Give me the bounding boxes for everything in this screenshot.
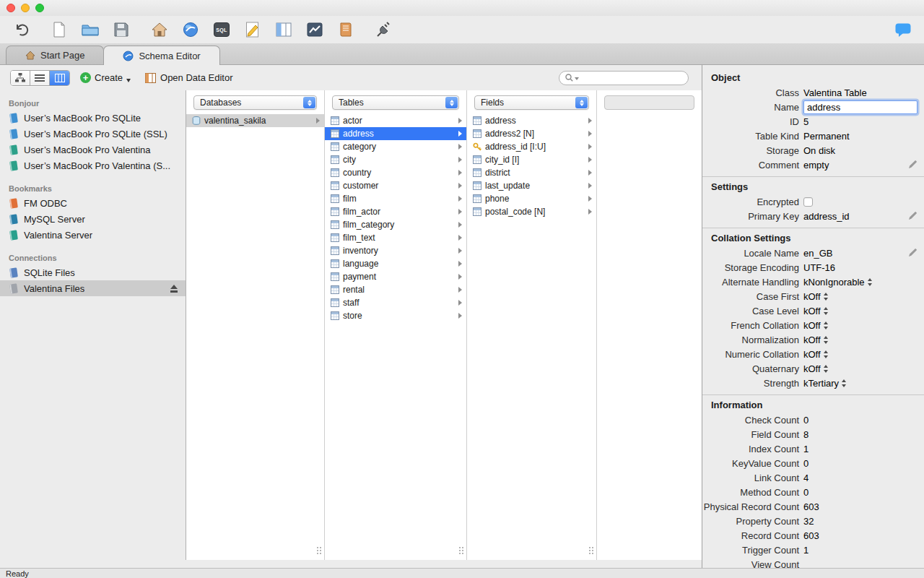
eject-icon[interactable] bbox=[169, 285, 178, 293]
connect-icon[interactable] bbox=[373, 19, 395, 40]
column-view-button[interactable] bbox=[50, 71, 69, 85]
list-item-address2-n[interactable]: address2 [N] bbox=[467, 127, 596, 140]
disclosure-arrow-icon[interactable] bbox=[588, 183, 592, 189]
edit-pencil-icon[interactable] bbox=[908, 160, 917, 169]
query-builder-icon[interactable] bbox=[242, 19, 263, 40]
sidebar-item-user-s-macbook-pro-sqlite[interactable]: User’s MacBook Pro SQLite bbox=[0, 110, 186, 126]
picker-databases[interactable]: Databases bbox=[193, 95, 317, 110]
select-arrows-icon[interactable] bbox=[824, 293, 829, 301]
create-button[interactable]: Create bbox=[80, 72, 131, 83]
new-document-icon[interactable] bbox=[48, 19, 70, 40]
tab-start-page[interactable]: Start Page bbox=[6, 46, 104, 64]
edit-pencil-icon[interactable] bbox=[908, 249, 917, 257]
disclosure-arrow-icon[interactable] bbox=[588, 118, 592, 124]
select-arrows-icon[interactable] bbox=[868, 278, 873, 286]
disclosure-arrow-icon[interactable] bbox=[458, 131, 462, 137]
sidebar-item-valentina-files[interactable]: Valentina Files bbox=[0, 280, 186, 296]
disclosure-arrow-icon[interactable] bbox=[458, 118, 462, 124]
list-item-inventory[interactable]: inventory bbox=[325, 244, 466, 257]
tab-schema-editor[interactable]: Schema Editor bbox=[103, 46, 219, 65]
search-scope-chevron-icon[interactable] bbox=[575, 77, 579, 80]
list-item-address[interactable]: address bbox=[325, 127, 466, 140]
list-view-button[interactable] bbox=[30, 71, 50, 85]
select-arrows-icon[interactable] bbox=[824, 322, 829, 329]
column-resize-grip[interactable] bbox=[592, 553, 593, 554]
column-resize-grip[interactable] bbox=[462, 553, 463, 554]
save-icon[interactable] bbox=[110, 19, 132, 40]
disclosure-arrow-icon[interactable] bbox=[588, 144, 592, 150]
disclosure-arrow-icon[interactable] bbox=[458, 209, 462, 215]
select-arrows-icon[interactable] bbox=[842, 379, 847, 387]
disclosure-arrow-icon[interactable] bbox=[458, 170, 462, 176]
select-arrows-icon[interactable] bbox=[824, 365, 829, 373]
list-item-country[interactable]: country bbox=[325, 166, 466, 179]
list-item-valentina-sakila[interactable]: valentina_sakila bbox=[186, 114, 324, 127]
disclosure-arrow-icon[interactable] bbox=[588, 196, 592, 202]
disclosure-arrow-icon[interactable] bbox=[458, 196, 462, 202]
list-item-film-text[interactable]: film_text bbox=[325, 231, 466, 244]
disclosure-arrow-icon[interactable] bbox=[458, 313, 462, 319]
list-item-payment[interactable]: payment bbox=[325, 270, 466, 283]
list-item-district[interactable]: district bbox=[467, 166, 596, 179]
disclosure-arrow-icon[interactable] bbox=[588, 157, 592, 163]
select-arrows-icon[interactable] bbox=[824, 336, 829, 344]
list-item-address-id-i-u[interactable]: address_id [I:U] bbox=[467, 140, 596, 153]
open-data-editor-button[interactable]: Open Data Editor bbox=[145, 72, 232, 83]
sidebar-item-valentina-server[interactable]: Valentina Server bbox=[0, 227, 186, 243]
search-input[interactable] bbox=[580, 73, 682, 83]
list-item-phone[interactable]: phone bbox=[467, 192, 596, 205]
disclosure-arrow-icon[interactable] bbox=[588, 131, 592, 137]
list-item-city[interactable]: city bbox=[325, 153, 466, 166]
list-item-store[interactable]: store bbox=[325, 309, 466, 322]
encrypted-checkbox[interactable] bbox=[803, 197, 813, 207]
disclosure-arrow-icon[interactable] bbox=[458, 248, 462, 254]
close-window-button[interactable] bbox=[6, 4, 15, 12]
list-item-last-update[interactable]: last_update bbox=[467, 179, 596, 192]
zoom-window-button[interactable] bbox=[35, 4, 44, 12]
picker-tables[interactable]: Tables bbox=[332, 95, 459, 110]
open-folder-icon[interactable] bbox=[79, 19, 101, 40]
start-page-icon[interactable] bbox=[149, 19, 170, 40]
data-editor-icon[interactable] bbox=[273, 19, 295, 40]
disclosure-arrow-icon[interactable] bbox=[316, 118, 320, 124]
disclosure-arrow-icon[interactable] bbox=[458, 261, 462, 267]
minimize-window-button[interactable] bbox=[21, 4, 30, 12]
sidebar-item-user-s-macbook-pro-sqlite-ssl[interactable]: User’s MacBook Pro SQLite (SSL) bbox=[0, 126, 186, 142]
column-resize-grip[interactable] bbox=[320, 553, 321, 554]
sql-editor-icon[interactable]: SQL bbox=[211, 19, 232, 40]
list-item-city-id-i[interactable]: city_id [I] bbox=[467, 153, 596, 166]
sidebar-item-user-s-macbook-pro-valentina-s[interactable]: User’s MacBook Pro Valentina (S... bbox=[0, 158, 186, 173]
picker-fields[interactable]: Fields bbox=[474, 95, 589, 110]
undo-icon[interactable] bbox=[10, 19, 32, 40]
disclosure-arrow-icon[interactable] bbox=[458, 144, 462, 150]
select-arrows-icon[interactable] bbox=[824, 350, 829, 358]
list-item-address[interactable]: address bbox=[467, 114, 596, 127]
list-item-film-actor[interactable]: film_actor bbox=[325, 205, 466, 218]
tree-view-button[interactable] bbox=[11, 71, 30, 85]
list-item-category[interactable]: category bbox=[325, 140, 466, 153]
disclosure-arrow-icon[interactable] bbox=[458, 235, 462, 241]
edit-pencil-icon[interactable] bbox=[908, 212, 917, 220]
list-item-language[interactable]: language bbox=[325, 257, 466, 270]
disclosure-arrow-icon[interactable] bbox=[458, 183, 462, 189]
chart-icon[interactable] bbox=[304, 19, 326, 40]
list-item-customer[interactable]: customer bbox=[325, 179, 466, 192]
disclosure-arrow-icon[interactable] bbox=[588, 209, 592, 215]
disclosure-arrow-icon[interactable] bbox=[458, 274, 462, 280]
name-input[interactable] bbox=[803, 100, 918, 114]
disclosure-arrow-icon[interactable] bbox=[458, 157, 462, 163]
disclosure-arrow-icon[interactable] bbox=[588, 170, 592, 176]
disclosure-arrow-icon[interactable] bbox=[458, 287, 462, 293]
sidebar-item-mysql-server[interactable]: MySQL Server bbox=[0, 211, 186, 227]
sidebar-item-sqlite-files[interactable]: SQLite Files bbox=[0, 264, 186, 280]
list-item-staff[interactable]: staff bbox=[325, 296, 466, 309]
sidebar-item-user-s-macbook-pro-valentina[interactable]: User’s MacBook Pro Valentina bbox=[0, 142, 186, 158]
feedback-icon[interactable] bbox=[892, 19, 914, 40]
list-item-actor[interactable]: actor bbox=[325, 114, 466, 127]
list-item-rental[interactable]: rental bbox=[325, 283, 466, 296]
schema-editor-icon[interactable] bbox=[180, 19, 201, 40]
list-item-postal-code-n[interactable]: postal_code [N] bbox=[467, 205, 596, 218]
list-item-film[interactable]: film bbox=[325, 192, 466, 205]
sidebar-item-fm-odbc[interactable]: FM ODBC bbox=[0, 195, 186, 211]
report-icon[interactable] bbox=[335, 19, 357, 40]
